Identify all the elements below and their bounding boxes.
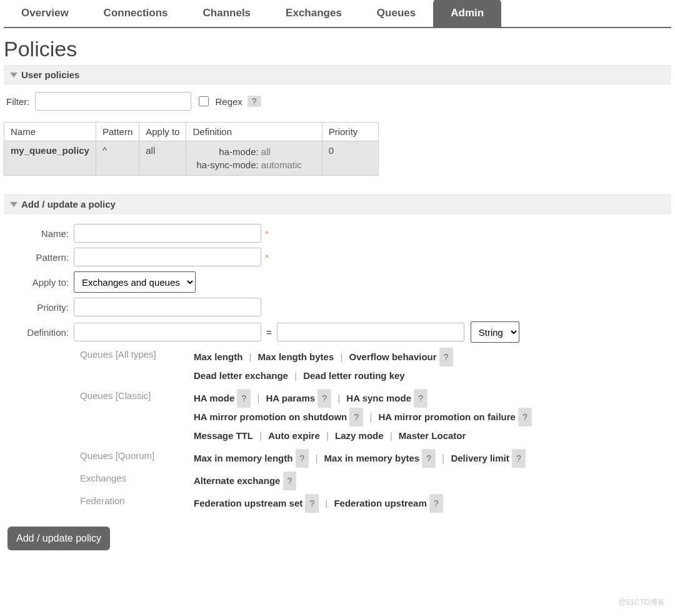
table-row[interactable]: my_queue_policy ^ all ha-mode:all ha-syn… — [4, 141, 379, 176]
opt-max-in-memory-bytes[interactable]: Max in memory bytes — [324, 453, 420, 463]
help-icon[interactable]: ? — [283, 472, 297, 490]
category-exchanges: Exchanges — [6, 472, 194, 483]
opt-ha-promote-failure[interactable]: HA mirror promotion on failure — [378, 412, 515, 422]
section-add-policy[interactable]: Add / update a policy — [4, 194, 671, 214]
priority-input[interactable] — [74, 298, 261, 316]
col-priority[interactable]: Priority — [322, 123, 378, 141]
definition-value-input[interactable] — [277, 323, 464, 341]
opt-ha-mode[interactable]: HA mode — [194, 393, 234, 403]
chevron-down-icon — [10, 202, 18, 207]
category-federation: Federation — [6, 494, 194, 506]
col-pattern[interactable]: Pattern — [96, 123, 139, 141]
opt-dlrk[interactable]: Dead letter routing key — [303, 370, 405, 381]
tab-overview[interactable]: Overview — [4, 0, 86, 27]
add-policy-form: Name: * Pattern: * Apply to: Exchanges a… — [4, 214, 671, 554]
apply-to-label: Apply to: — [6, 277, 74, 288]
category-queues-quorum: Queues [Quorum] — [6, 449, 194, 461]
opt-max-in-memory-length[interactable]: Max in memory length — [194, 453, 292, 463]
section-user-policies[interactable]: User policies — [4, 65, 671, 84]
help-icon[interactable]: ? — [296, 449, 309, 468]
opt-ha-promote-shutdown[interactable]: HA mirror promotion on shutdown — [194, 412, 347, 422]
nav-tabs: Overview Connections Channels Exchanges … — [4, 0, 671, 28]
pattern-label: Pattern: — [6, 252, 74, 263]
page-title: Policies — [4, 37, 671, 61]
pattern-input[interactable] — [74, 248, 261, 266]
cell-name: my_queue_policy — [4, 141, 96, 176]
tab-queues[interactable]: Queues — [359, 0, 433, 27]
tab-exchanges[interactable]: Exchanges — [268, 0, 359, 27]
tab-admin[interactable]: Admin — [433, 0, 501, 27]
tab-connections[interactable]: Connections — [86, 0, 186, 27]
required-icon: * — [265, 252, 269, 263]
help-icon[interactable]: ? — [512, 449, 526, 468]
help-icon[interactable]: ? — [422, 449, 436, 468]
cell-pattern: ^ — [96, 141, 139, 176]
name-input[interactable] — [74, 224, 261, 243]
filter-input[interactable] — [35, 92, 191, 111]
help-icon[interactable]: ? — [349, 408, 363, 427]
section-heading: Add / update a policy — [21, 199, 116, 210]
regex-label: Regex — [216, 96, 242, 107]
category-queues-all: Queues [All types] — [6, 348, 194, 360]
help-icon[interactable]: ? — [305, 494, 319, 513]
equals-sign: = — [266, 327, 272, 338]
filter-row: Filter: Regex ? — [4, 84, 671, 122]
cell-priority: 0 — [322, 141, 378, 176]
cell-definition: ha-mode:all ha-sync-mode:automatic — [186, 141, 322, 176]
help-icon[interactable]: ? — [518, 408, 532, 427]
add-update-policy-button[interactable]: Add / update policy — [8, 527, 110, 550]
opt-alternate-exchange[interactable]: Alternate exchange — [194, 475, 280, 486]
opt-message-ttl[interactable]: Message TTL — [194, 430, 253, 441]
opt-dlx[interactable]: Dead letter exchange — [194, 370, 288, 381]
required-icon: * — [265, 228, 269, 239]
col-apply-to[interactable]: Apply to — [139, 123, 186, 141]
policies-table: Name Pattern Apply to Definition Priorit… — [4, 122, 379, 176]
col-definition[interactable]: Definition — [186, 123, 322, 141]
help-icon[interactable]: ? — [414, 389, 428, 408]
opt-federation-upstream-set[interactable]: Federation upstream set — [194, 498, 302, 508]
definition-type-select[interactable]: String — [471, 321, 519, 343]
section-heading: User policies — [21, 69, 79, 80]
definition-label: Definition: — [6, 327, 74, 338]
col-name[interactable]: Name — [4, 123, 96, 141]
filter-label: Filter: — [6, 96, 30, 107]
tab-channels[interactable]: Channels — [186, 0, 269, 27]
opt-federation-upstream[interactable]: Federation upstream — [334, 498, 426, 508]
opt-max-length-bytes[interactable]: Max length bytes — [258, 351, 334, 362]
opt-overflow[interactable]: Overflow behaviour — [349, 351, 437, 362]
opt-delivery-limit[interactable]: Delivery limit — [451, 453, 509, 463]
opt-max-length[interactable]: Max length — [194, 351, 242, 362]
help-icon[interactable]: ? — [439, 348, 453, 366]
help-icon[interactable]: ? — [429, 494, 443, 513]
opt-ha-sync-mode[interactable]: HA sync mode — [346, 393, 411, 403]
apply-to-select[interactable]: Exchanges and queues — [74, 271, 196, 293]
definition-key-input[interactable] — [74, 323, 261, 341]
help-icon[interactable]: ? — [318, 389, 331, 408]
opt-master-locator[interactable]: Master Locator — [399, 430, 466, 441]
help-icon[interactable]: ? — [237, 389, 251, 408]
opt-lazy-mode[interactable]: Lazy mode — [335, 430, 384, 441]
regex-checkbox[interactable] — [199, 96, 209, 106]
category-queues-classic: Queues [Classic] — [6, 389, 194, 401]
regex-help-icon[interactable]: ? — [248, 96, 261, 107]
chevron-down-icon — [10, 73, 18, 78]
priority-label: Priority: — [6, 302, 74, 313]
opt-ha-params[interactable]: HA params — [266, 393, 316, 403]
cell-apply-to: all — [139, 141, 186, 176]
name-label: Name: — [6, 228, 74, 239]
opt-auto-expire[interactable]: Auto expire — [268, 430, 320, 441]
